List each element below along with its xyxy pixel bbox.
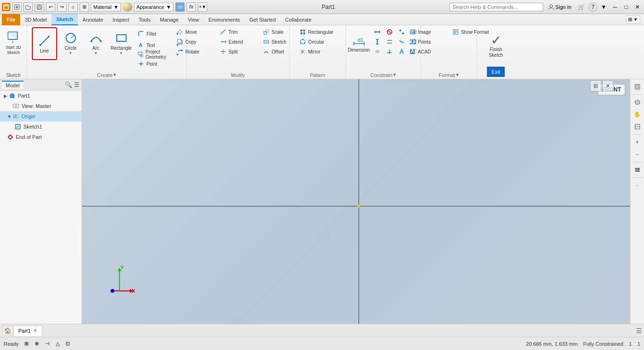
finish-sketch-btn[interactable]: ✓ FinishSketch — [482, 27, 510, 65]
more-view-btn[interactable]: · — [632, 180, 643, 191]
rectangular-btn[interactable]: Rectangular — [297, 27, 339, 37]
open-btn[interactable] — [23, 2, 33, 12]
zoom-out-btn[interactable]: − — [632, 149, 643, 160]
constrain-par-btn[interactable] — [384, 37, 395, 46]
menu-environments[interactable]: Environments — [204, 14, 245, 25]
zoom-btn[interactable] — [632, 121, 643, 132]
constrain-perp-btn[interactable] — [384, 47, 395, 56]
pan-btn[interactable]: ✋ — [632, 109, 643, 120]
hamburger-icon[interactable]: ☰ — [74, 81, 80, 88]
close-btn[interactable]: ✕ — [633, 2, 642, 12]
tree-end-of-part[interactable]: End of Part — [0, 132, 82, 142]
exit-btn[interactable]: Exit — [487, 67, 505, 77]
split-btn[interactable]: Split — [217, 47, 259, 56]
model-tab[interactable]: Model — [2, 81, 23, 89]
search-input[interactable] — [449, 3, 543, 11]
status-ortho-icon[interactable]: ⊣ — [43, 340, 52, 348]
viewport[interactable]: FRONT Y X ⊞ ✕ — [82, 79, 630, 324]
constrain-c3-btn[interactable] — [396, 47, 407, 56]
close-view-btn[interactable]: ✕ — [602, 80, 614, 91]
constrain-c2-btn[interactable] — [396, 37, 407, 46]
extra-panel-btn[interactable]: ⊞ ▼ — [626, 15, 640, 23]
new-btn[interactable] — [12, 2, 22, 12]
undo-btn[interactable]: ↩ — [46, 2, 55, 12]
tab-hamburger[interactable]: ☰ — [636, 327, 642, 335]
dimension-btn[interactable]: d1 Dimension — [347, 27, 371, 58]
status-infer-icon[interactable]: △ — [53, 340, 62, 348]
start-2d-sketch-btn[interactable]: Start 2D Sketch — [2, 27, 25, 58]
format-group-label[interactable]: Format ▾ — [421, 72, 477, 78]
svg-rect-108 — [635, 169, 640, 170]
plus-dropdown[interactable]: +▼ — [198, 2, 207, 12]
constrain-v-btn[interactable] — [372, 37, 383, 46]
constrain-fix-btn[interactable] — [384, 27, 395, 37]
status-grid-icon[interactable]: ⊞ — [22, 340, 31, 348]
ribbon-group-insert: Image Points AC ACAD — [421, 25, 477, 79]
status-snap-icon[interactable]: ⊕ — [33, 340, 41, 348]
extend-btn[interactable]: Extend — [217, 37, 259, 46]
appearance-color-icon[interactable] — [123, 2, 132, 12]
icon-3d[interactable]: 3D — [175, 2, 185, 12]
view-fit-btn[interactable] — [632, 81, 643, 92]
save-btn[interactable] — [35, 2, 44, 12]
search-icon[interactable]: 🔍 — [65, 81, 72, 88]
material-dropdown[interactable]: Material ▼ — [91, 3, 121, 11]
create-group-label[interactable]: Create ▾ — [27, 72, 186, 78]
tree-sketch1[interactable]: Sketch1 — [0, 122, 82, 132]
view-list-btn[interactable] — [632, 164, 643, 175]
move-btn[interactable]: Move — [174, 27, 216, 37]
copy-btn[interactable]: Copy — [174, 37, 216, 46]
constrain-h-btn[interactable] — [372, 27, 383, 37]
menu-collaborate[interactable]: Collaborate — [280, 14, 316, 25]
status-bar: Ready ⊞ ⊕ ⊣ △ ⊡ 20.666 mm, 1.633 mm Full… — [0, 337, 644, 350]
menu-3dmodel[interactable]: 3D Model — [20, 14, 52, 25]
image-btn[interactable]: Image — [406, 27, 449, 37]
mirror-btn[interactable]: Mirror — [297, 47, 339, 56]
menu-tools[interactable]: Tools — [134, 14, 156, 25]
tab-home-btn[interactable]: 🏠 — [2, 326, 13, 336]
text-label: Text — [147, 43, 155, 48]
tab-part1[interactable]: Part1 ✕ — [13, 326, 42, 336]
menu-inspect[interactable]: Inspect — [108, 14, 134, 25]
constrain-sym-btn[interactable] — [372, 47, 383, 56]
redo-btn[interactable]: ↪ — [57, 2, 67, 12]
menu-annotate[interactable]: Annotate — [78, 14, 108, 25]
menu-file[interactable]: File — [2, 14, 20, 25]
nav-btn[interactable]: ⊞ — [80, 2, 89, 12]
constrain-group-label[interactable]: Constrain ▾ — [346, 72, 420, 78]
help-btn[interactable]: ? — [589, 3, 597, 11]
tree-expand-origin[interactable]: ▼ — [7, 114, 12, 119]
trim-btn[interactable]: Trim — [217, 27, 259, 37]
maximize-btn[interactable]: □ — [622, 2, 631, 12]
orbit-btn[interactable] — [632, 97, 643, 108]
tab-right: ☰ — [636, 327, 642, 335]
tree-expand-part1[interactable]: ▶ — [3, 93, 8, 99]
zoom-in-btn[interactable]: + — [632, 137, 643, 148]
tree-origin[interactable]: ▼ Origin — [0, 111, 82, 122]
tab-part1-close[interactable]: ✕ — [33, 328, 37, 333]
menu-sketch[interactable]: Sketch — [52, 14, 78, 25]
cart-btn[interactable]: 🛒 — [576, 3, 587, 11]
points-btn[interactable]: Points — [406, 37, 449, 46]
acad-btn[interactable]: AC ACAD — [406, 47, 449, 56]
status-lock-icon[interactable]: ⊡ — [64, 340, 72, 348]
circular-btn[interactable]: Circular — [297, 37, 339, 46]
circle-btn[interactable]: Circle ▼ — [59, 27, 82, 58]
more-btn[interactable]: ▼ — [599, 3, 608, 11]
constrain-c1-btn[interactable] — [396, 27, 407, 37]
menu-getstarted[interactable]: Get Started — [245, 14, 280, 25]
tree-part1[interactable]: ▶ Part1 — [0, 91, 82, 101]
rotate-btn[interactable]: Rotate — [174, 47, 216, 56]
menu-manage[interactable]: Manage — [155, 14, 183, 25]
menu-view[interactable]: View — [183, 14, 204, 25]
line-btn[interactable]: Line — [34, 29, 55, 58]
appearance-dropdown[interactable]: Appearance ▼ — [134, 3, 173, 11]
signin-btn[interactable]: Sign In — [545, 3, 574, 11]
rectangle-btn[interactable]: Rectangle ▼ — [110, 27, 133, 58]
tree-view-master[interactable]: View: Master — [0, 101, 82, 111]
expand-view-btn[interactable]: ⊞ — [590, 80, 601, 91]
home-btn[interactable]: ⌂ — [68, 2, 78, 12]
fx-btn[interactable]: fx — [187, 2, 196, 12]
arc-btn[interactable]: Arc ▼ — [84, 27, 108, 58]
minimize-btn[interactable]: ─ — [610, 2, 620, 12]
